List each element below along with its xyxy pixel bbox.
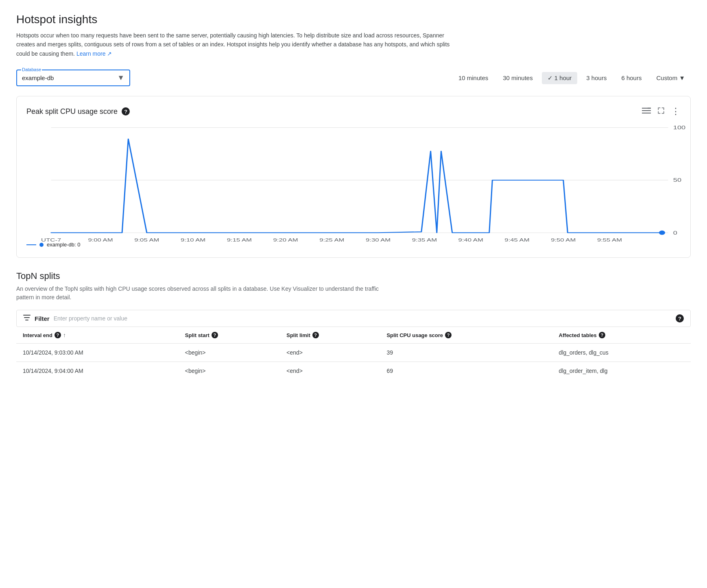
cell-affected-tables-0: dlg_orders, dlg_cus — [552, 344, 691, 362]
cell-interval-end-1: 10/14/2024, 9:04:00 AM — [16, 362, 179, 380]
time-filter-group: 10 minutes 30 minutes ✓ 1 hour 3 hours 6… — [453, 72, 691, 84]
legend-toggle-icon[interactable] — [642, 107, 651, 116]
col-split-start: Split start ? — [179, 327, 280, 344]
filter-1hour[interactable]: ✓ 1 hour — [542, 72, 578, 84]
chart-actions: ⋮ — [642, 106, 681, 117]
legend-dot-indicator — [39, 243, 44, 247]
splits-table: Interval end ? ↑ Split start ? Split lim… — [16, 327, 691, 380]
chart-title: Peak split CPU usage score — [26, 107, 118, 116]
svg-text:9:50 AM: 9:50 AM — [551, 237, 576, 242]
topn-title: TopN splits — [16, 271, 691, 281]
zoom-icon[interactable] — [657, 107, 666, 116]
svg-text:9:05 AM: 9:05 AM — [134, 237, 159, 242]
filter-30min[interactable]: 30 minutes — [497, 72, 538, 84]
col-affected-tables-help[interactable]: ? — [599, 332, 605, 338]
svg-text:50: 50 — [673, 177, 681, 183]
filter-bar: Filter Enter property name or value ? — [16, 310, 691, 327]
col-interval-end: Interval end ? ↑ — [16, 327, 179, 344]
more-options-icon[interactable]: ⋮ — [671, 106, 681, 117]
checkmark-icon: ✓ — [548, 74, 554, 81]
svg-text:9:35 AM: 9:35 AM — [412, 237, 437, 242]
svg-text:9:15 AM: 9:15 AM — [227, 237, 252, 242]
legend-line-indicator — [26, 244, 36, 245]
controls-row: Database example-db ▼ 10 minutes 30 minu… — [16, 70, 691, 86]
cell-split-limit-1: <end> — [280, 362, 380, 380]
learn-more-link[interactable]: Learn more ↗ — [76, 50, 112, 57]
filter-label: Filter — [35, 315, 50, 322]
page-description: Hotspots occur when too many requests ha… — [16, 31, 464, 58]
cell-affected-tables-1: dlg_order_item, dlg — [552, 362, 691, 380]
database-selector-label: Database — [21, 67, 42, 72]
table-header-row: Interval end ? ↑ Split start ? Split lim… — [16, 327, 691, 344]
table-row: 10/14/2024, 9:04:00 AM <begin> <end> 69 … — [16, 362, 691, 380]
filter-10min[interactable]: 10 minutes — [453, 72, 494, 84]
svg-text:UTC-7: UTC-7 — [41, 237, 61, 242]
filter-3hours[interactable]: 3 hours — [580, 72, 612, 84]
sort-ascending-icon[interactable]: ↑ — [63, 332, 66, 338]
filter-input-placeholder[interactable]: Enter property name or value — [54, 315, 127, 322]
svg-point-23 — [659, 231, 665, 235]
col-affected-tables: Affected tables ? — [552, 327, 691, 344]
chevron-down-icon: ▼ — [117, 74, 124, 82]
chart-container: 100 50 0 UTC-7 9:00 AM 9:05 AM 9:10 AM 9… — [26, 123, 681, 238]
cell-cpu-score-1: 69 — [380, 362, 552, 380]
svg-text:9:40 AM: 9:40 AM — [458, 237, 483, 242]
chevron-down-icon: ▼ — [679, 74, 685, 81]
svg-text:9:10 AM: 9:10 AM — [181, 237, 205, 242]
cell-split-start-1: <begin> — [179, 362, 280, 380]
cell-split-limit-0: <end> — [280, 344, 380, 362]
col-split-limit: Split limit ? — [280, 327, 380, 344]
cell-split-start-0: <begin> — [179, 344, 280, 362]
filter-help-icon[interactable]: ? — [676, 314, 684, 322]
external-link-icon: ↗ — [107, 50, 112, 57]
filter-icon — [23, 314, 31, 322]
topn-section: TopN splits An overview of the TopN spli… — [16, 271, 691, 380]
chart-help-icon[interactable]: ? — [122, 107, 130, 115]
svg-text:9:20 AM: 9:20 AM — [273, 237, 298, 242]
svg-text:9:45 AM: 9:45 AM — [504, 237, 529, 242]
svg-text:9:25 AM: 9:25 AM — [319, 237, 344, 242]
svg-text:9:55 AM: 9:55 AM — [597, 237, 622, 242]
topn-description: An overview of the TopN splits with high… — [16, 285, 382, 302]
legend-db-name: example-db: 0 — [47, 242, 80, 248]
col-cpu-score: Split CPU usage score ? — [380, 327, 552, 344]
database-selector[interactable]: Database example-db ▼ — [16, 70, 130, 86]
database-value: example-db — [22, 74, 54, 81]
col-split-start-help[interactable]: ? — [212, 332, 218, 338]
chart-legend: example-db: 0 — [26, 242, 681, 248]
col-cpu-score-help[interactable]: ? — [445, 332, 452, 338]
cell-cpu-score-0: 39 — [380, 344, 552, 362]
database-select-field[interactable]: example-db ▼ — [22, 74, 124, 82]
filter-custom[interactable]: Custom ▼ — [650, 72, 691, 84]
table-row: 10/14/2024, 9:03:00 AM <begin> <end> 39 … — [16, 344, 691, 362]
svg-text:0: 0 — [673, 230, 677, 235]
svg-text:100: 100 — [673, 125, 686, 131]
cell-interval-end-0: 10/14/2024, 9:03:00 AM — [16, 344, 179, 362]
col-interval-end-help[interactable]: ? — [55, 332, 61, 338]
svg-text:9:30 AM: 9:30 AM — [366, 237, 391, 242]
line-chart: 100 50 0 UTC-7 9:00 AM 9:05 AM 9:10 AM 9… — [26, 123, 681, 237]
col-split-limit-help[interactable]: ? — [312, 332, 319, 338]
filter-6hours[interactable]: 6 hours — [615, 72, 647, 84]
svg-text:9:00 AM: 9:00 AM — [88, 237, 113, 242]
page-title: Hotspot insights — [16, 13, 691, 26]
chart-card: Peak split CPU usage score ? — [16, 96, 691, 258]
chart-header: Peak split CPU usage score ? — [26, 106, 681, 117]
